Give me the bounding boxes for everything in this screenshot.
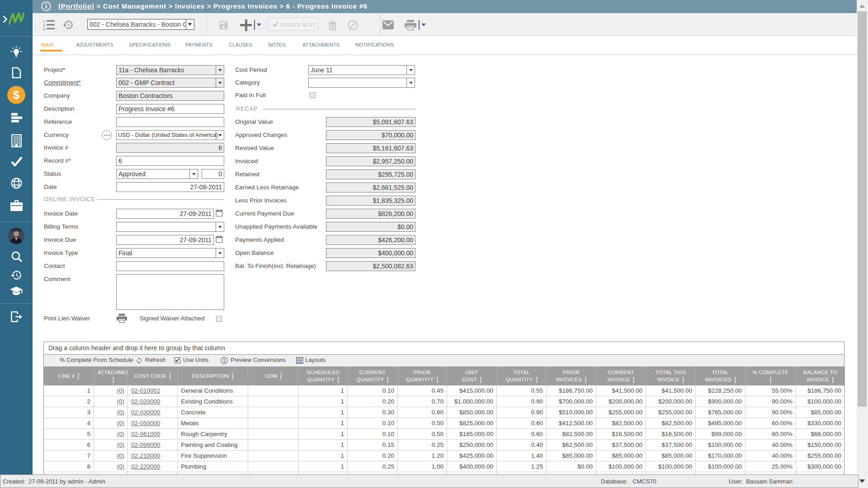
svg-text:3: 3 (43, 27, 45, 31)
svg-text:$: $ (223, 358, 226, 363)
